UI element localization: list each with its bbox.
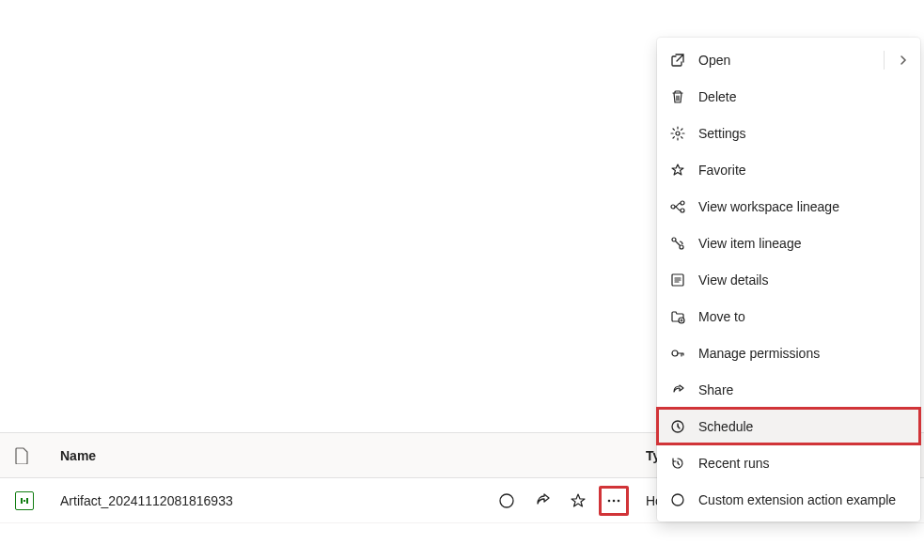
- menu-item-schedule[interactable]: Schedule: [657, 408, 920, 444]
- svg-rect-2: [23, 500, 25, 502]
- favorite-button[interactable]: [563, 486, 593, 516]
- menu-label: Open: [698, 53, 898, 68]
- svg-point-5: [613, 499, 616, 502]
- svg-point-17: [672, 494, 683, 506]
- menu-item-favorite[interactable]: Favorite: [657, 151, 920, 188]
- menu-item-share[interactable]: Share: [657, 371, 920, 408]
- svg-point-9: [681, 201, 684, 205]
- details-icon: [668, 271, 687, 289]
- row-name[interactable]: Artifact_20241112081816933: [60, 493, 492, 508]
- lineage-icon: [668, 197, 687, 216]
- custom-icon: [668, 490, 687, 509]
- settings-icon: [668, 124, 687, 143]
- menu-label: Move to: [698, 309, 909, 324]
- svg-rect-1: [26, 498, 28, 504]
- row-icon-col: [15, 491, 60, 510]
- schedule-icon: [668, 417, 687, 436]
- item-lineage-icon: [668, 234, 687, 253]
- chevron-right-icon: [898, 54, 909, 66]
- share-button[interactable]: [527, 486, 557, 516]
- menu-label: Delete: [698, 89, 909, 104]
- svg-point-15: [672, 350, 678, 356]
- menu-item-view-details[interactable]: View details: [657, 261, 920, 298]
- move-icon: [668, 307, 687, 326]
- document-icon: [15, 447, 28, 464]
- svg-point-4: [608, 499, 611, 502]
- row-actions: [492, 486, 629, 516]
- content-area: Name Type Artifact_20241112081816933: [0, 0, 924, 560]
- header-name[interactable]: Name: [60, 448, 478, 463]
- svg-point-6: [618, 499, 620, 502]
- menu-item-workspace-lineage[interactable]: View workspace lineage: [657, 188, 920, 225]
- menu-label: Favorite: [698, 163, 909, 178]
- recent-icon: [668, 454, 687, 473]
- menu-label: Share: [698, 382, 909, 397]
- permissions-icon: [668, 344, 687, 363]
- context-menu: Open Delete Settings Favorite: [657, 38, 920, 521]
- svg-point-7: [676, 132, 680, 135]
- more-options-button[interactable]: [599, 486, 629, 516]
- header-icon-col: [15, 447, 60, 464]
- menu-label: View item lineage: [698, 236, 909, 251]
- menu-label: Manage permissions: [698, 346, 909, 361]
- menu-item-item-lineage[interactable]: View item lineage: [657, 225, 920, 261]
- open-icon: [668, 51, 687, 70]
- more-icon: [606, 493, 621, 508]
- menu-label: Recent runs: [698, 456, 909, 471]
- svg-point-11: [672, 238, 676, 241]
- favorite-icon: [668, 161, 687, 179]
- svg-point-12: [680, 245, 683, 249]
- svg-rect-0: [21, 498, 23, 504]
- menu-label: View workspace lineage: [698, 199, 909, 214]
- menu-item-move-to[interactable]: Move to: [657, 298, 920, 334]
- menu-item-settings[interactable]: Settings: [657, 115, 920, 151]
- menu-item-custom-extension[interactable]: Custom extension action example: [657, 481, 920, 518]
- svg-point-8: [671, 205, 675, 209]
- menu-label: Custom extension action example: [698, 492, 909, 507]
- artifact-icon: [15, 491, 34, 510]
- radio-button[interactable]: [492, 486, 522, 516]
- svg-point-10: [681, 209, 684, 212]
- menu-label: View details: [698, 272, 909, 288]
- menu-item-open[interactable]: Open: [657, 41, 920, 78]
- menu-item-permissions[interactable]: Manage permissions: [657, 334, 920, 371]
- menu-item-delete[interactable]: Delete: [657, 78, 920, 115]
- menu-label: Settings: [698, 126, 909, 141]
- delete-icon: [668, 87, 687, 106]
- svg-point-3: [500, 494, 513, 507]
- share-icon: [668, 381, 687, 399]
- menu-label: Schedule: [698, 419, 909, 434]
- menu-item-recent-runs[interactable]: Recent runs: [657, 444, 920, 481]
